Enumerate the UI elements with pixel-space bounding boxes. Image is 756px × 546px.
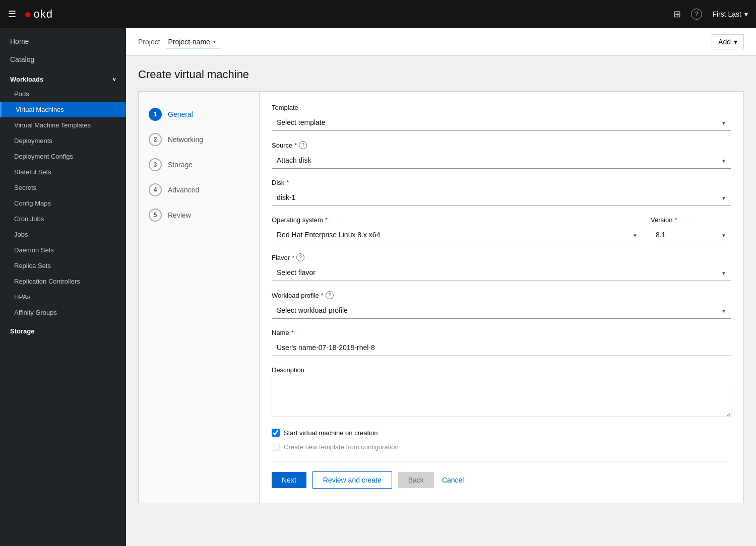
start-on-creation-checkbox[interactable] — [272, 429, 280, 437]
source-required: * — [294, 142, 297, 149]
sidebar-storage-section[interactable]: Storage — [0, 320, 126, 338]
workload-select-wrapper: Select workload profile — [272, 302, 731, 319]
sidebar-item-virtual-machine-templates[interactable]: Virtual Machine Templates — [0, 117, 126, 133]
description-label: Description — [272, 366, 731, 374]
disk-label: Disk * — [272, 179, 731, 186]
step-2-circle: 2 — [149, 133, 162, 146]
sidebar-item-affinity-groups[interactable]: Affinity Groups — [0, 305, 126, 320]
page-content: Create virtual machine 1 General 2 Netwo… — [126, 56, 756, 515]
step-1-label: General — [168, 110, 193, 118]
version-label: Version * — [651, 216, 731, 224]
sidebar-workloads-section[interactable]: Workloads ∨ — [0, 69, 126, 86]
version-select[interactable]: 8.1 — [651, 227, 731, 243]
nav-icons: ⊞ ? First Last ▾ — [673, 9, 748, 20]
sidebar-item-catalog[interactable]: Catalog — [0, 50, 126, 69]
step-3-label: Storage — [168, 161, 193, 169]
create-vm-wizard: 1 General 2 Networking 3 Storage 4 Advan… — [138, 91, 744, 503]
sidebar-item-deployment-configs[interactable]: Deployment Configs — [0, 149, 126, 164]
sidebar-item-secrets[interactable]: Secrets — [0, 180, 126, 195]
sidebar-item-stateful-sets[interactable]: Stateful Sets — [0, 164, 126, 180]
os-field: Operating system * Red Hat Enterprise Li… — [272, 216, 643, 243]
user-menu[interactable]: First Last ▾ — [712, 10, 748, 18]
hamburger-icon[interactable]: ☰ — [8, 9, 16, 20]
disk-select[interactable]: disk-1 — [272, 189, 731, 206]
sidebar-catalog-label: Catalog — [10, 55, 34, 63]
version-select-wrapper: 8.1 — [651, 227, 731, 243]
description-textarea[interactable] — [272, 377, 731, 417]
flavor-required: * — [292, 254, 294, 261]
cancel-button[interactable]: Cancel — [440, 472, 466, 488]
flavor-help-icon[interactable]: ? — [296, 253, 304, 261]
project-name: Project-name — [168, 38, 210, 46]
next-button[interactable]: Next — [272, 472, 306, 488]
create-template-label: Create new template from configuration — [284, 443, 399, 451]
wizard-step-4[interactable]: 4 Advanced — [139, 177, 259, 202]
sidebar-item-virtual-machines[interactable]: Virtual Machines — [0, 102, 126, 117]
step-1-circle: 1 — [149, 108, 162, 121]
workload-field: Workload profile * ? Select workload pro… — [272, 291, 731, 319]
step-5-circle: 5 — [149, 209, 162, 222]
sidebar-item-pods[interactable]: Pods — [0, 86, 126, 102]
create-template-checkbox-group: Create new template from configuration — [272, 443, 731, 451]
workload-select[interactable]: Select workload profile — [272, 302, 731, 319]
template-select-wrapper: Select template — [272, 114, 731, 131]
main-content: Project Project-name ▾ Add ▾ Create virt… — [126, 28, 756, 546]
start-on-creation-checkbox-group: Start virtual machine on creation — [272, 429, 731, 437]
review-and-create-button[interactable]: Review and create — [312, 471, 392, 489]
source-help-icon[interactable]: ? — [299, 141, 307, 149]
wizard-navigation: 1 General 2 Networking 3 Storage 4 Advan… — [139, 92, 260, 503]
disk-field: Disk * disk-1 — [272, 179, 731, 206]
template-select[interactable]: Select template — [272, 114, 731, 131]
step-4-circle: 4 — [149, 183, 162, 196]
name-label: Name * — [272, 329, 731, 336]
help-icon[interactable]: ? — [691, 9, 702, 20]
source-select-wrapper: Attach disk — [272, 152, 731, 169]
wizard-footer: Next Review and create Back Cancel — [272, 461, 731, 491]
workloads-chevron-icon: ∨ — [112, 77, 116, 82]
name-required: * — [291, 329, 294, 336]
wizard-step-2[interactable]: 2 Networking — [139, 127, 259, 152]
add-button-label: Add — [718, 38, 731, 46]
sidebar-workloads-label: Workloads — [10, 76, 43, 83]
os-select-wrapper: Red Hat Enterprise Linux 8.x x64 — [272, 227, 643, 243]
os-select[interactable]: Red Hat Enterprise Linux 8.x x64 — [272, 227, 643, 243]
sidebar-home-label: Home — [10, 37, 29, 45]
step-3-circle: 3 — [149, 158, 162, 171]
template-label: Template — [272, 104, 731, 111]
header-bar: Project Project-name ▾ Add ▾ — [126, 28, 756, 56]
wizard-step-5[interactable]: 5 Review — [139, 202, 259, 228]
create-template-checkbox[interactable] — [272, 443, 280, 451]
start-on-creation-label[interactable]: Start virtual machine on creation — [284, 429, 377, 437]
description-field: Description — [272, 366, 731, 419]
project-dropdown[interactable]: Project-name ▾ — [166, 36, 220, 48]
name-field: Name * — [272, 329, 731, 356]
flavor-select[interactable]: Select flavor — [272, 264, 731, 281]
name-input[interactable] — [272, 339, 731, 356]
sidebar-item-home[interactable]: Home — [0, 32, 126, 50]
sidebar-item-hpas[interactable]: HPAs — [0, 289, 126, 305]
page-title: Create virtual machine — [138, 68, 744, 81]
workload-help-icon[interactable]: ? — [326, 291, 334, 299]
wizard-step-1[interactable]: 1 General — [139, 102, 259, 127]
add-button[interactable]: Add ▾ — [712, 34, 744, 49]
flavor-field: Flavor * ? Select flavor — [272, 253, 731, 281]
add-button-arrow-icon: ▾ — [734, 38, 737, 46]
wizard-step-3[interactable]: 3 Storage — [139, 152, 259, 177]
sidebar-item-replication-controllers[interactable]: Replication Controllers — [0, 274, 126, 289]
version-required: * — [674, 216, 677, 224]
workload-required: * — [321, 292, 324, 299]
sidebar-item-replica-sets[interactable]: Replica Sets — [0, 258, 126, 274]
source-select[interactable]: Attach disk — [272, 152, 731, 169]
sidebar-item-jobs[interactable]: Jobs — [0, 227, 126, 242]
back-button[interactable]: Back — [398, 472, 434, 488]
version-field: Version * 8.1 — [651, 216, 731, 243]
sidebar-item-cron-jobs[interactable]: Cron Jobs — [0, 211, 126, 227]
sidebar-item-daemon-sets[interactable]: Daemon Sets — [0, 242, 126, 258]
grid-icon[interactable]: ⊞ — [673, 9, 681, 20]
workload-label: Workload profile * ? — [272, 291, 731, 299]
user-label: First Last — [712, 10, 741, 18]
logo-icon: ● — [24, 7, 32, 21]
os-required: * — [325, 216, 328, 224]
sidebar-item-deployments[interactable]: Deployments — [0, 133, 126, 149]
sidebar-item-config-maps[interactable]: Config Maps — [0, 195, 126, 211]
